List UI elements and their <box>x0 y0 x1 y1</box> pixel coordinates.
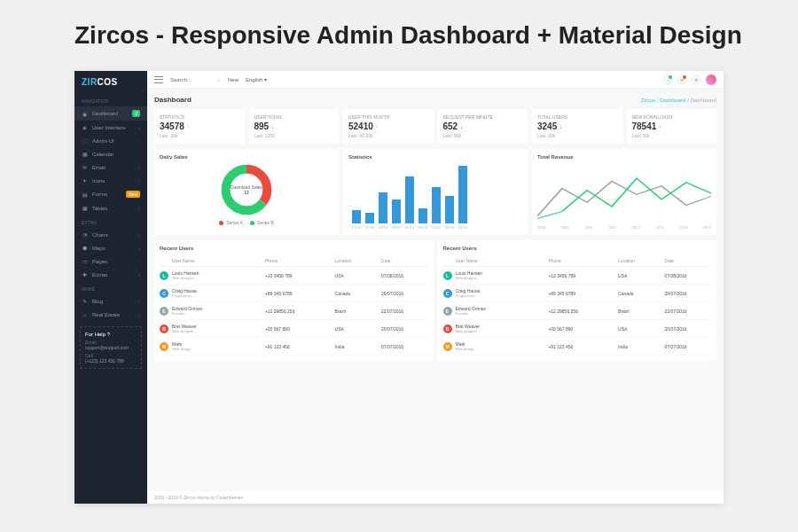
crumb-a[interactable]: Zircos <box>641 98 655 103</box>
sidebar-item-dashboard[interactable]: ◉Dashboard2 <box>74 106 147 121</box>
user-phone: +91 123 456 <box>265 344 335 349</box>
sidebar-label: Charts <box>92 232 108 238</box>
bar-chart <box>348 163 522 223</box>
table-row[interactable]: MMarkWeb design+91 123 456India07/07/201… <box>160 338 428 356</box>
sidebar-item-calendar[interactable]: ▦Calendar <box>74 147 147 160</box>
chevron-right-icon: › <box>138 259 140 264</box>
admin-icon: ⬚ <box>82 137 88 144</box>
blog-icon: ✎ <box>82 298 88 304</box>
user-phone: +12 29856 256 <box>548 309 618 314</box>
messages-icon[interactable]: ✉ <box>677 75 686 84</box>
sidebar-item-pages[interactable]: ▭Pages› <box>74 254 147 268</box>
user-role: Web designer <box>456 329 549 333</box>
avatar[interactable] <box>706 74 716 85</box>
user-phone: +91 123 456 <box>548 344 618 349</box>
arrow-dn-icon: ↓ <box>559 124 562 129</box>
user-location: Brazil <box>618 309 664 314</box>
chevron-right-icon: › <box>138 206 140 211</box>
sidebar-label: User Interface <box>92 125 126 130</box>
user-role: Founder <box>172 311 265 316</box>
crumb-b[interactable]: Dashboard <box>660 98 685 103</box>
sidebar-item-realestate[interactable]: ⌂Real Estate› <box>74 308 147 321</box>
brand-a: ZIR <box>82 77 98 87</box>
chevron-right-icon: › <box>138 272 140 278</box>
table-row[interactable]: CCraig HauseProgrammer+89 345 6789Canada… <box>160 285 428 302</box>
sidebar-item-tables[interactable]: ▦Tables› <box>74 201 147 215</box>
table-row[interactable]: BBret WeaverWeb designer+00 567 890USA20… <box>160 320 428 338</box>
bar <box>445 196 454 223</box>
new-button[interactable]: New <box>228 77 239 82</box>
sidebar-item-admin[interactable]: ⬚Admin UI› <box>74 134 147 147</box>
sidebar-item-extras[interactable]: ✚Extras› <box>74 268 147 281</box>
table-icon: ▦ <box>82 205 88 211</box>
user-location: India <box>618 344 664 349</box>
stat-label: NEW DOWNLOADS <box>632 114 712 120</box>
gauge-icon: ◉ <box>82 111 88 117</box>
table-row[interactable]: EEdward GrimesFounder+12 29856 256Brazil… <box>160 302 428 320</box>
x-tick: 2008 <box>537 225 545 230</box>
user-location: India <box>335 344 381 349</box>
table-row[interactable]: LLouis HansenWeb designer+12 3456 789USA… <box>160 267 428 285</box>
sidebar-item-blog[interactable]: ✎Blog› <box>74 294 147 308</box>
brand[interactable]: ZIRCOS <box>74 71 147 93</box>
user-location: Brazil <box>335 309 381 314</box>
th-date: Date <box>381 258 427 263</box>
x-tick: 2011 <box>608 225 616 230</box>
sidebar-label: Calendar <box>92 152 113 157</box>
table-row[interactable]: CCraig HauseProgrammer+89 345 6789Canada… <box>443 285 712 302</box>
user-phone: +00 567 890 <box>548 326 618 332</box>
legend-b: Series B <box>250 220 274 225</box>
x-tick: 08/16 <box>445 225 454 230</box>
language-dropdown[interactable]: English ▾ <box>246 76 267 82</box>
user-date: 07/07/2016 <box>665 344 711 349</box>
table-title: Recent Users <box>160 246 428 251</box>
stat-sub: Last: 956 <box>443 133 523 138</box>
bar <box>392 200 401 223</box>
th-phone: Phone <box>548 258 618 263</box>
bar <box>405 176 414 223</box>
table-row[interactable]: LLouis HansenWeb designer+12 3456 789USA… <box>443 267 712 285</box>
x-tick: 02/16 <box>365 225 374 230</box>
search-icon[interactable]: ⌕ <box>217 77 221 82</box>
sidebar-item-maps[interactable]: ⬢Maps› <box>74 241 147 254</box>
revenue-card: Total Revenue 20082009201020112012201320… <box>532 149 716 235</box>
stat-card: TOTAL USERS3245↓Last: 20k <box>532 109 622 144</box>
avatar: C <box>160 289 168 298</box>
x-tick: 2015 <box>703 225 711 230</box>
card-title: Total Revenue <box>537 154 711 160</box>
sidebar-item-ui[interactable]: ◈User Interface› <box>74 121 147 134</box>
notification-icon[interactable]: ♪ <box>663 75 672 84</box>
stat-value: 652↓ <box>443 121 523 131</box>
settings-icon[interactable]: ⚙ <box>692 75 700 84</box>
user-phone: +12 3456 789 <box>548 273 618 278</box>
help-email[interactable]: support@support.com <box>85 345 137 350</box>
chevron-right-icon: › <box>138 165 140 170</box>
stat-label: USER TODAY <box>254 114 334 120</box>
avatar: M <box>160 342 168 351</box>
search-input[interactable] <box>170 77 215 82</box>
help-box: For Help ? Email: support@support.com Ce… <box>80 326 142 369</box>
th-loc: Location <box>335 258 381 263</box>
sidebar-item-email[interactable]: ✉Email› <box>74 160 147 174</box>
sidebar-item-forms[interactable]: ▤FormsNew <box>74 187 147 201</box>
x-tick: 2013 <box>656 225 664 230</box>
help-cell[interactable]: (+123) 123 456 789 <box>85 358 137 364</box>
card-title: Daily Sales <box>160 154 333 160</box>
avatar: C <box>443 289 452 298</box>
recent-users-table-left: Recent Users User NamePhoneLocationDate … <box>154 240 434 361</box>
donut-value: 12 <box>244 190 249 195</box>
user-phone: +12 29856 256 <box>265 309 335 314</box>
plus-icon: ✚ <box>82 271 88 278</box>
table-row[interactable]: MMarkWeb design+91 123 456India07/07/201… <box>443 338 712 356</box>
stat-value: 52410↑ <box>348 121 428 131</box>
avatar: E <box>443 307 452 316</box>
table-row[interactable]: BBret WeaverWeb designer+00 567 890USA20… <box>443 320 712 338</box>
sidebar-label: Forms <box>92 192 107 197</box>
table-row[interactable]: EEdward GrimesFounder+12 29856 256Brazil… <box>443 302 712 320</box>
sidebar-item-icons[interactable]: ✦Icons› <box>74 174 147 187</box>
sidebar-item-charts[interactable]: ◔Charts› <box>74 228 147 241</box>
x-tick: 2012 <box>632 225 640 230</box>
bar <box>379 192 387 223</box>
arrow-dn-icon: ↓ <box>271 124 274 129</box>
menu-icon[interactable] <box>154 76 163 83</box>
